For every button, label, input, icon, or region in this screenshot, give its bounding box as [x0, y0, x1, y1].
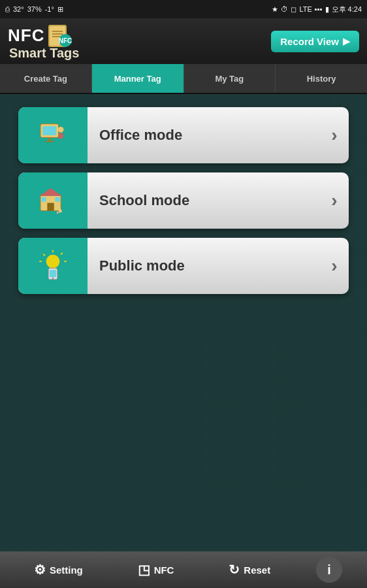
- temp2: -1°: [45, 5, 54, 13]
- status-bar: ⎙ 32° 37% -1° ⊞ ★ ⏱ ◻ LTE ▪▪▪ ▮ 오후 4:24: [0, 0, 367, 18]
- svg-line-25: [43, 254, 45, 256]
- smart-tags-text: Smart Tags: [9, 46, 79, 61]
- svg-marker-14: [39, 188, 62, 196]
- office-mode-icon-area: [18, 107, 88, 163]
- nfc-text: NFC: [8, 25, 44, 46]
- tab-history[interactable]: History: [276, 64, 367, 93]
- portrait-icon: ◻: [291, 5, 296, 14]
- nfc-button[interactable]: ◳ NFC: [129, 558, 184, 581]
- svg-point-28: [52, 278, 54, 280]
- school-mode-icon-area: [18, 172, 88, 229]
- public-mode-chevron-icon: ›: [320, 255, 349, 276]
- svg-rect-17: [55, 197, 59, 202]
- office-mode-label: Office mode: [88, 127, 320, 144]
- office-mode-icon: [36, 118, 70, 152]
- svg-rect-27: [50, 270, 56, 277]
- bottom-bar: ⚙ Setting ◳ NFC ↻ Reset i: [0, 551, 367, 588]
- svg-line-22: [61, 253, 63, 255]
- alarm-icon: ⏱: [281, 5, 288, 13]
- office-mode-card[interactable]: Office mode ›: [18, 107, 349, 163]
- clock: 오후 4:24: [332, 5, 362, 14]
- lte-label: LTE: [299, 5, 311, 13]
- bluetooth-icon: ★: [272, 5, 278, 14]
- nfc-waves-icon: ◳: [138, 562, 150, 578]
- svg-rect-8: [42, 126, 56, 135]
- svg-rect-16: [42, 197, 46, 202]
- record-view-arrow-icon: ▶: [343, 36, 350, 46]
- reset-button[interactable]: ↻ Reset: [219, 558, 279, 581]
- temperature: 32°: [13, 5, 24, 13]
- reset-label: Reset: [244, 564, 270, 576]
- setting-label: Setting: [50, 564, 83, 576]
- tab-manner-tag[interactable]: Manner Tag: [92, 64, 184, 93]
- setting-icon: ⚙: [34, 562, 46, 578]
- public-mode-card[interactable]: Public mode ›: [18, 238, 349, 294]
- svg-point-20: [46, 255, 60, 269]
- svg-text:NFC: NFC: [59, 37, 72, 44]
- reset-icon: ↻: [229, 562, 240, 578]
- signal-icon: ▪▪▪: [315, 5, 323, 13]
- tab-create-tag[interactable]: Create Tag: [0, 64, 92, 93]
- svg-rect-10: [45, 141, 54, 142]
- tab-bar: Create Tag Manner Tag My Tag History: [0, 64, 367, 94]
- battery-percent: 37%: [27, 5, 42, 13]
- setting-button[interactable]: ⚙ Setting: [25, 558, 92, 581]
- office-mode-chevron-icon: ›: [320, 125, 349, 146]
- main-content: Office mode › School mode ›: [0, 94, 367, 575]
- public-mode-icon: [36, 249, 70, 283]
- record-view-button[interactable]: Record View ▶: [271, 31, 359, 52]
- logo-area: NFC NFC Smart Tags: [8, 22, 79, 61]
- svg-rect-9: [48, 137, 50, 140]
- school-mode-label: School mode: [88, 192, 320, 209]
- school-mode-card[interactable]: School mode ›: [18, 172, 349, 229]
- battery-icon: ▮: [325, 5, 329, 14]
- grid-icon: ⊞: [57, 5, 63, 14]
- record-view-label: Record View: [280, 36, 339, 47]
- status-right-icons: ★ ⏱ ◻ LTE ▪▪▪ ▮ 오후 4:24: [272, 5, 362, 14]
- svg-rect-15: [47, 203, 54, 210]
- app-header: NFC NFC Smart Tags Record View ▶: [0, 18, 367, 64]
- info-label: i: [327, 563, 331, 578]
- svg-rect-12: [59, 133, 63, 139]
- school-mode-icon: [36, 184, 70, 218]
- svg-point-11: [58, 127, 64, 133]
- public-mode-icon-area: [18, 238, 88, 294]
- usb-icon: ⎙: [5, 5, 10, 13]
- tab-my-tag[interactable]: My Tag: [184, 64, 276, 93]
- nfc-label: NFC: [154, 564, 174, 576]
- status-left-icons: ⎙ 32° 37% -1° ⊞: [5, 5, 63, 14]
- public-mode-label: Public mode: [88, 257, 320, 274]
- school-mode-chevron-icon: ›: [320, 190, 349, 211]
- info-button[interactable]: i: [316, 557, 342, 583]
